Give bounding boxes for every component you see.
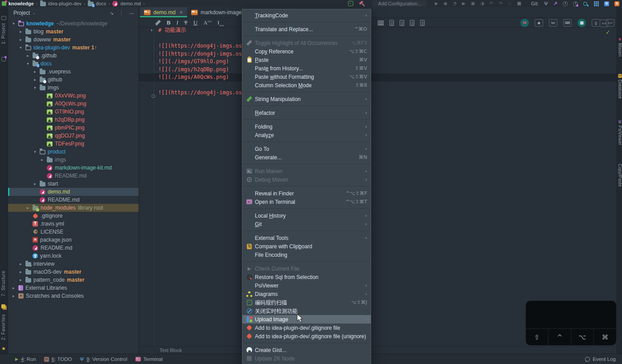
menu-item-add-to-idea-plugin-dev-gitignore-file[interactable]: Add to idea-plugin-dev/.gitignore file: [242, 324, 371, 332]
project-tool-icon[interactable]: [1, 16, 6, 20]
tree-row-vuepress[interactable]: ▸.vuepress: [8, 68, 139, 76]
tab-demo-md[interactable]: demo.md×: [140, 7, 187, 17]
menu-item-external-tools[interactable]: External Tools: [242, 234, 371, 242]
close-icon[interactable]: ×: [179, 9, 183, 15]
termgreen-icon[interactable]: [348, 1, 353, 6]
grid-icon[interactable]: [594, 1, 595, 3]
editor-breadcrumb-label[interactable]: Text Block: [160, 348, 182, 353]
menu-item-compare-with-clipboard[interactable]: Compare with Clipboard: [242, 242, 371, 251]
tree-row-idea-plugin-dev[interactable]: ▾idea-plugin-devmaster 1↑: [8, 44, 139, 52]
md-editor-view-icon[interactable]: M: [520, 19, 529, 27]
tool-stripe-psiviewer[interactable]: PsiViewer: [617, 119, 622, 145]
menu-item-restore-sql-from-selection[interactable]: Restore Sql from Selection: [242, 273, 371, 281]
chevron-closed-icon[interactable]: ▸: [18, 278, 23, 282]
menu-item-translate-and-replace[interactable]: Translate and Replace...^⌘O: [242, 25, 371, 33]
breadcrumb-item-idea-plugin-dev[interactable]: idea-plugin-dev: [48, 1, 82, 6]
trb-icon[interactable]: [604, 1, 609, 6]
md-split-view-icon[interactable]: M/: [549, 19, 557, 27]
tree-row-qgdoj7-png[interactable]: qgDOJ7.png: [8, 132, 139, 140]
tree-row-pbmpic-png[interactable]: pbmPIC.png: [8, 124, 139, 132]
menu-item-open-in-terminal[interactable]: Open in Terminal^⌥⇧⌘T: [242, 198, 371, 206]
strikethrough-icon[interactable]: T: [184, 19, 188, 26]
search-icon[interactable]: [583, 2, 587, 6]
layout-doc-icon[interactable]: ▤: [577, 19, 586, 27]
tree-row-macos-dev[interactable]: ▸macOS-devmaster: [8, 268, 139, 276]
chevron-open-icon[interactable]: ▾: [18, 45, 23, 50]
tree-row-license[interactable]: LICENSE: [8, 228, 139, 236]
subscript-icon[interactable]: ISUB: [217, 19, 224, 27]
clockp-icon[interactable]: [573, 1, 578, 6]
tool-stripe-project[interactable]: 1: Project: [1, 23, 6, 44]
run-configuration-select[interactable]: Add Configuration...: [372, 0, 426, 7]
tool-stripe-maven[interactable]: Maven: [617, 37, 622, 57]
menu-item-file-encoding[interactable]: File Encoding: [242, 251, 371, 259]
branch-icon[interactable]: [544, 1, 548, 6]
menu-item-reveal-in-finder[interactable]: Reveal in Finder^⌥⇧⌘F: [242, 189, 371, 198]
chevron-closed-icon[interactable]: ▸: [33, 69, 37, 74]
tro-icon[interactable]: [614, 1, 619, 6]
doc-text-icon[interactable]: [400, 20, 404, 26]
menu-item-column-selection-mode[interactable]: Column Selection Mode⇧⌘8: [242, 81, 371, 89]
tree-row-travis-yml[interactable]: .travis.yml: [8, 220, 139, 228]
tree-row-node-modules[interactable]: ▸node_moduleslibrary root: [8, 204, 139, 212]
menu-item-paste-from-history[interactable]: Paste from History...⇧⌘V: [242, 64, 371, 73]
tree-row-gt9hlo-png[interactable]: GT9hlO.png: [8, 108, 139, 116]
scroll-to-source-icon[interactable]: ↘: [110, 10, 114, 16]
md-keyboard-icon[interactable]: ⌨: [563, 19, 572, 27]
chevron-closed-icon[interactable]: ▸: [33, 77, 37, 82]
chevron-closed-icon[interactable]: ▸: [18, 270, 23, 274]
tree-row-docs[interactable]: ▾docs: [8, 60, 139, 68]
tool-stripe-copy-paste[interactable]: Copy/Paste: [617, 164, 622, 187]
code-line-5[interactable]: ![](./imgs/GT9hlO.png): [158, 58, 616, 66]
event-log-button[interactable]: Event Log: [585, 356, 616, 362]
tree-row-readme-md[interactable]: README.md: [8, 172, 139, 180]
markdown-tool-icon[interactable]: [1, 57, 6, 61]
statusbar-9-version-control[interactable]: 9: Version Control: [80, 356, 127, 362]
tree-row-pattern-code[interactable]: ▸pattern_codemaster: [8, 276, 139, 284]
editor-content[interactable]: # 功能演示![](https://dong4j-imgs.oss![](htt…: [158, 27, 616, 97]
menu-item-add-to-idea-plugin-dev-gitignore-file-unignore[interactable]: Add to idea-plugin-dev/.gitignore file (…: [242, 332, 371, 340]
export-file-icon[interactable]: [410, 20, 414, 26]
chevron-closed-icon[interactable]: ▸: [11, 286, 16, 290]
italic-icon[interactable]: I: [176, 19, 178, 26]
tree-row-demo-md[interactable]: demo.md: [8, 188, 139, 196]
code-line-8[interactable]: [158, 81, 616, 89]
tree-row-markdown-image-kit-md[interactable]: markdown-image-kit.md: [8, 164, 139, 172]
menu-item-create-gist[interactable]: Create Gist...: [242, 346, 371, 354]
menu-item-关闭实时检测功能[interactable]: 关闭实时检测功能: [242, 307, 371, 315]
chevron-closed-icon[interactable]: ▸: [25, 206, 30, 210]
chevron-closed-icon[interactable]: ▸: [18, 262, 23, 266]
chevron-closed-icon[interactable]: ▸: [18, 29, 23, 34]
breadcrumb-item-knowledge[interactable]: knowledge: [8, 1, 34, 6]
menu-item-upload-image[interactable]: Upload Image: [242, 315, 371, 324]
menu-item-trackingcode[interactable]: TrackingCode: [242, 11, 371, 20]
table-icon[interactable]: [378, 20, 384, 25]
tree-row-product[interactable]: ▾product: [8, 148, 139, 156]
hide-panel-icon[interactable]: —: [129, 10, 134, 16]
chevron-closed-icon[interactable]: ▸: [33, 182, 37, 186]
tree-row-start[interactable]: ▸start: [8, 180, 139, 188]
chevron-open-icon[interactable]: ▾: [33, 150, 37, 154]
menu-item-folding[interactable]: Folding: [242, 122, 371, 131]
fold-end-icon[interactable]: [151, 94, 155, 98]
menu-item-generate[interactable]: Generate...⌘N: [242, 153, 371, 162]
underline-icon[interactable]: U: [193, 19, 197, 26]
tool-stripe-structure[interactable]: 7: Structure: [1, 271, 6, 296]
options-icon[interactable]: ⋮: [119, 10, 124, 16]
tree-row-imgs[interactable]: ▾imgs: [8, 84, 139, 92]
md-preview-icon[interactable]: ◉: [535, 19, 543, 27]
tree-row-blog[interactable]: ▸blogmaster: [8, 28, 139, 36]
fold-marker-icon[interactable]: ▾: [151, 28, 153, 32]
statusbar-6-todo[interactable]: 6: TODO: [44, 356, 72, 362]
tree-row-interview[interactable]: ▸interview: [8, 260, 139, 268]
menu-item-diagrams[interactable]: Diagrams: [242, 290, 371, 298]
tree-row-github[interactable]: ▸.github: [8, 52, 139, 60]
code-line-2[interactable]: [158, 35, 616, 43]
code-line-6[interactable]: ![](./imgs/h2qDBp.png): [158, 66, 616, 74]
tree-row-tdfesp-png[interactable]: TDFesP.png: [8, 140, 139, 148]
doc-outline-icon[interactable]: [389, 20, 394, 26]
code-tag-icon[interactable]: <>: [600, 20, 608, 27]
code-line-4[interactable]: ![](https://dong4j-imgs.oss: [158, 50, 616, 58]
chevron-down-icon[interactable]: ⌄: [32, 11, 36, 15]
menu-item-paste-without-formatting[interactable]: Paste without Formatting⌥⇧⌘V: [242, 73, 371, 81]
